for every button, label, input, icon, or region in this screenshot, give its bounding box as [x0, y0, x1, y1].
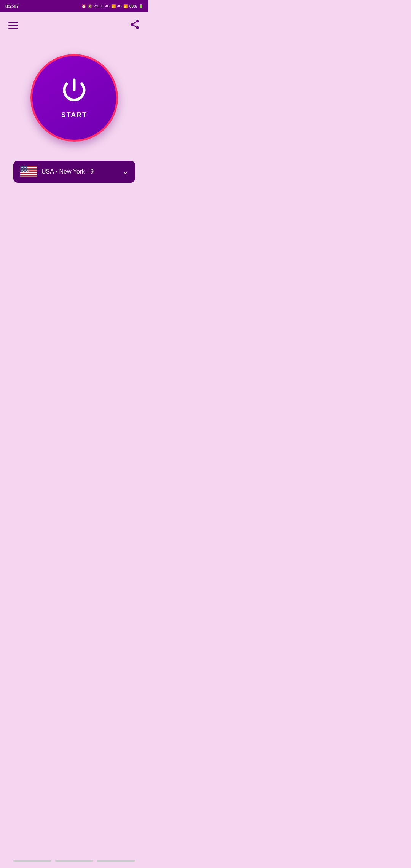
svg-line-4 — [133, 22, 136, 24]
start-label: START — [61, 111, 88, 119]
alarm-icon: ⏰ — [81, 4, 86, 8]
svg-rect-16 — [20, 175, 37, 176]
svg-rect-18 — [20, 177, 37, 177]
status-bar: 05:47 ⏰ 🔇 VoLTE 4G 📶 4G 📶 89% 🔋 — [0, 0, 148, 12]
signal-icon-1: 📶 — [111, 4, 116, 8]
mute-icon: 🔇 — [88, 4, 92, 8]
main-content: START — [0, 35, 148, 312]
svg-line-3 — [133, 25, 136, 27]
volte-label: VoLTE — [94, 4, 104, 8]
power-button-container: START — [30, 54, 118, 142]
svg-text:★★★★★: ★★★★★ — [21, 171, 29, 172]
share-button[interactable] — [129, 19, 140, 31]
hamburger-line-2 — [8, 25, 18, 26]
svg-rect-14 — [20, 173, 37, 174]
start-button[interactable]: START — [30, 54, 118, 142]
server-name: USA • New York - 9 — [41, 168, 94, 175]
battery-icon: 🔋 — [139, 4, 143, 8]
svg-rect-15 — [20, 174, 37, 175]
server-info: ★★★★★★ ★★★★★ ★★★★★★ ★★★★★ USA • New York… — [20, 166, 94, 177]
hamburger-line-3 — [8, 28, 18, 29]
power-icon — [59, 77, 89, 107]
server-selector[interactable]: ★★★★★★ ★★★★★ ★★★★★★ ★★★★★ USA • New York… — [13, 161, 135, 183]
svg-point-1 — [131, 23, 134, 26]
status-icons: ⏰ 🔇 VoLTE 4G 📶 4G 📶 89% 🔋 — [81, 4, 143, 8]
chevron-down-icon: ⌄ — [123, 168, 128, 176]
status-time: 05:47 — [5, 3, 19, 9]
svg-point-2 — [136, 26, 139, 29]
svg-rect-17 — [20, 176, 37, 176]
signal-icon-2: 📶 — [123, 4, 128, 8]
hamburger-line-1 — [8, 22, 18, 23]
svg-point-0 — [136, 20, 139, 22]
menu-button[interactable] — [8, 22, 18, 29]
flag-icon: ★★★★★★ ★★★★★ ★★★★★★ ★★★★★ — [20, 166, 37, 177]
lte-label-2: 4G — [117, 4, 122, 8]
lte-label: 4G — [105, 4, 110, 8]
battery-percentage: 89% — [129, 4, 137, 8]
app-bar — [0, 12, 148, 35]
